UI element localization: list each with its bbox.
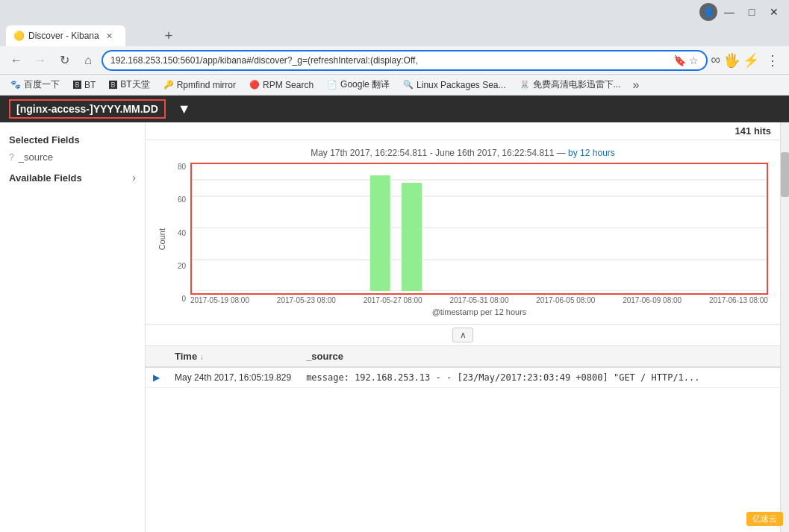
right-scrollbar[interactable] [780, 122, 789, 532]
y-axis-label-container: Count [158, 163, 166, 316]
y-label-0: 0 [181, 295, 186, 303]
hits-count: 141 hits [735, 125, 771, 137]
bookmark-bt-label: BT [84, 80, 96, 90]
bookmark-google-translate-icon: 📄 [327, 80, 337, 90]
content-wrapper: 141 hits May 17th 2017, 16:22:54.811 - J… [146, 122, 789, 532]
col-time-label: Time [175, 351, 197, 362]
x-label-3: 2017-05-27 08:00 [364, 296, 422, 304]
row-expand-icon[interactable]: ▶ [153, 372, 160, 383]
index-pattern-label[interactable]: [nginx-access-]YYYY.MM.DD [9, 99, 166, 119]
chart-x-title: @timestamp per 12 hours [190, 307, 768, 316]
sort-icon: ↓ [200, 353, 204, 361]
bookmark-rpmfind[interactable]: 🔑 Rpmfind mirror [159, 78, 240, 92]
empty-tab-area [128, 28, 158, 46]
chart-date-range: May 17th 2017, 16:22:54.811 - June 16th … [158, 148, 768, 158]
source-field-label: _source [19, 151, 53, 163]
table-row: ▶ May 24th 2017, 16:05:19.829 message: 1… [146, 367, 780, 388]
bookmark-baiduyixia-icon: 🐾 [10, 80, 21, 90]
x-label-7: 2017-06-13 08:00 [709, 296, 768, 304]
ext-icon-1[interactable]: ∞ [711, 52, 720, 68]
bookmark-baiduyixia[interactable]: 🐾 百度一下 [6, 77, 64, 93]
source-field-icon: ? [9, 152, 14, 163]
table-header-row: Time ↓ _source [146, 346, 780, 367]
bookmark-baiduyixia-label: 百度一下 [24, 78, 60, 91]
available-fields-arrow-icon: › [132, 172, 136, 184]
x-label-2: 2017-05-23 08:00 [277, 296, 336, 304]
bookmark-bttiantang[interactable]: 🅱 BT天堂 [105, 77, 154, 93]
row-source-value: message: 192.168.253.13 - - [23/May/2017… [306, 372, 699, 383]
sidebar: Selected Fields ? _source Available Fiel… [0, 122, 146, 532]
browser-window: 👤 — □ ✕ 🟡 Discover - Kibana ✕ + ← → ↻ ⌂ … [0, 0, 789, 96]
y-label-40: 40 [178, 229, 186, 237]
maximize-button[interactable]: □ [741, 4, 762, 20]
main-content: Selected Fields ? _source Available Fiel… [0, 122, 789, 532]
title-bar: 👤 — □ ✕ [0, 0, 789, 24]
ext-icon-2[interactable]: 🖐 [723, 52, 740, 69]
ext-icon-3[interactable]: ⚡ [743, 52, 759, 69]
hits-bar: 141 hits [146, 122, 780, 140]
bookmark-google-translate[interactable]: 📄 Google 翻译 [322, 77, 394, 93]
row-expand-cell[interactable]: ▶ [146, 367, 167, 388]
index-dropdown-icon[interactable]: ▼ [172, 101, 197, 117]
x-label-1: 2017-05-19 08:00 [190, 296, 249, 304]
x-label-5: 2017-06-05 08:00 [536, 296, 595, 304]
back-button[interactable]: ← [6, 50, 27, 71]
home-button[interactable]: ⌂ [78, 50, 99, 71]
tab-favicon: 🟡 [13, 31, 24, 41]
close-button[interactable]: ✕ [764, 4, 785, 20]
x-label-4: 2017-05-31 08:00 [449, 296, 508, 304]
results-table-container: Time ↓ _source ▶ [146, 346, 780, 532]
forward-button[interactable]: → [30, 50, 51, 71]
content-area: 141 hits May 17th 2017, 16:22:54.811 - J… [146, 122, 780, 532]
bookmark-linux-packages-label: Linux Packages Sea... [417, 80, 505, 90]
bookmark-bttiantang-label: BT天堂 [120, 78, 149, 91]
profile-avatar: 👤 [699, 3, 717, 21]
bookmark-bttiantang-icon: 🅱 [109, 81, 117, 90]
bookmark-rpmsearch-label: RPM Search [263, 80, 314, 90]
y-label-60: 60 [178, 195, 186, 204]
y-axis-title: Count [158, 228, 166, 250]
tab-bar: 🟡 Discover - Kibana ✕ + [0, 24, 789, 46]
new-tab-button[interactable]: + [158, 25, 179, 46]
available-fields-section[interactable]: Available Fields › [0, 166, 145, 187]
chart-y-axis: 80 60 40 20 0 [168, 163, 190, 316]
tab-label: Discover - Kibana [28, 31, 99, 41]
scrollbar-thumb[interactable] [781, 152, 789, 197]
bookmark-movies-label: 免费高清电影迅雷下... [533, 78, 621, 91]
bookmark-google-translate-label: Google 翻译 [340, 78, 390, 91]
active-tab[interactable]: 🟡 Discover - Kibana ✕ [6, 25, 125, 46]
nav-bar: ← → ↻ ⌂ 192.168.253.150:5601/app/kibana#… [0, 46, 789, 75]
kibana-index-section: [nginx-access-]YYYY.MM.DD ▼ [9, 99, 197, 119]
bookmark-linux-packages[interactable]: 🔍 Linux Packages Sea... [399, 78, 510, 92]
bookmark-rpmsearch[interactable]: 🔴 RPM Search [245, 78, 318, 92]
row-source-cell: message: 192.168.253.13 - - [23/May/2017… [299, 367, 780, 388]
address-bar[interactable]: 192.168.253.150:5601/app/kibana#/discove… [102, 50, 708, 71]
chart-wrapper: Count 80 60 40 20 0 [158, 163, 768, 316]
col-header-time[interactable]: Time ↓ [167, 346, 299, 367]
chart-by-link[interactable]: by 12 hours [568, 148, 615, 158]
bookmark-bt[interactable]: 🅱 BT [69, 78, 100, 92]
col-header-expand [146, 346, 167, 367]
bookmark-star-icon[interactable]: 🔖 [673, 54, 686, 66]
selected-fields-heading: Selected Fields [0, 128, 145, 148]
star-icon[interactable]: ☆ [689, 54, 699, 66]
y-label-80: 80 [178, 163, 186, 171]
chart-body [190, 163, 768, 295]
refresh-button[interactable]: ↻ [54, 50, 75, 71]
chart-svg [192, 164, 767, 291]
bookmarks-more-button[interactable]: » [630, 78, 643, 92]
bookmark-movies[interactable]: 🐰 免费高清电影迅雷下... [515, 77, 626, 93]
col-source-label: _source [306, 351, 343, 362]
tab-close-button[interactable]: ✕ [104, 30, 116, 42]
col-header-source: _source [299, 346, 780, 367]
kibana-app: [nginx-access-]YYYY.MM.DD ▼ Selected Fie… [0, 96, 789, 532]
source-field-item[interactable]: ? _source [0, 148, 145, 166]
x-label-6: 2017-06-09 08:00 [623, 296, 682, 304]
collapse-button[interactable]: ∧ [452, 328, 473, 342]
bookmark-rpmsearch-icon: 🔴 [249, 80, 260, 90]
bookmarks-bar: 🐾 百度一下 🅱 BT 🅱 BT天堂 🔑 Rpmfind mirror 🔴 RP… [0, 75, 789, 96]
minimize-button[interactable]: — [719, 4, 740, 20]
collapse-section: ∧ [146, 325, 780, 346]
menu-button[interactable]: ⋮ [762, 50, 783, 71]
bookmark-rpmfind-icon: 🔑 [163, 80, 174, 90]
